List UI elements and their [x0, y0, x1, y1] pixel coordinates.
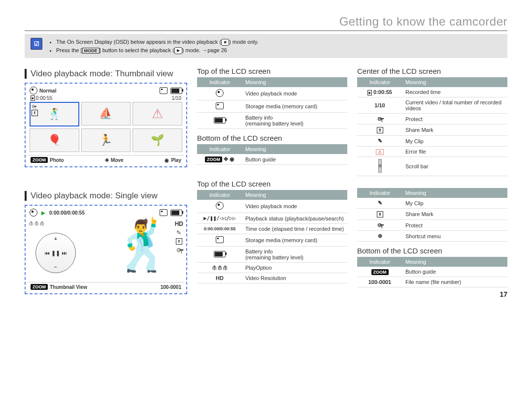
subhead-bottom-lcd-1: Bottom of the LCD screen [197, 134, 347, 142]
thumbnail-error[interactable]: ⚠ [133, 102, 182, 125]
playback-mode-icon [30, 209, 37, 217]
share-icon: ⬆ [176, 238, 182, 245]
guide-thumbnail-view: Thumbnail View [50, 284, 87, 290]
rec-badge-icon: ■ [367, 90, 372, 95]
guide-photo: Photo [50, 157, 64, 163]
file-name: 100-0001 [161, 284, 181, 290]
table-top-thumb: IndicatorMeaning Video playback mode Sto… [197, 77, 347, 129]
myclip-icon: ✎ [357, 198, 402, 209]
table-bottom-single: IndicatorMeaning ZOOMButton guide 100-00… [357, 257, 507, 287]
memory-card-icon [160, 209, 167, 216]
zoom-out-icon[interactable]: − [54, 264, 57, 270]
counter-indicator: 1/10 [357, 97, 402, 114]
thumb-time: 0:00:55 [36, 95, 52, 101]
subhead-bottom-lcd-2: Bottom of the LCD screen [357, 247, 507, 255]
check-icon: ☑ [31, 38, 42, 50]
thumbnail[interactable]: 🎈 [30, 128, 79, 152]
thumbnail[interactable]: ⛵ [81, 102, 131, 125]
protect-icon [32, 104, 38, 109]
lcd-thumbnail-view: Normal ■0:00:55 1/10 ⬆ 🕺 ⛵ [25, 83, 187, 167]
playback-mode-icon [216, 202, 224, 210]
lcd-single-view: ▶ 0:00:00/0:00:55 ⫛⫛⫛ HD ✎ ⬆ [25, 205, 187, 294]
page-number: 17 [499, 290, 507, 298]
memory-card-icon [160, 87, 167, 94]
video-preview: 🕺 [112, 220, 171, 280]
section-single-title: Video playback mode: Single view [25, 191, 187, 201]
arrow-right-icon [202, 47, 207, 53]
center-dot-icon: ◉ [165, 157, 169, 163]
shortcut-menu-icon: ⊕ [357, 231, 402, 242]
center-dot-icon: ◉ [230, 156, 234, 162]
forward-icon[interactable]: ⏭ [62, 250, 67, 256]
playback-mode-icon: ◙ [221, 39, 229, 46]
subhead-top-lcd-1: Top of the LCD screen [197, 67, 347, 75]
guide-play: Play [171, 157, 181, 163]
battery-icon [214, 117, 226, 124]
hd-icon: HD [175, 220, 183, 227]
hd-icon: HD [197, 273, 242, 283]
thumbnail[interactable]: 🏃 [81, 128, 131, 152]
memory-card-icon [216, 236, 224, 243]
table-center-thumb: IndicatorMeaning ■ 0:00:55Recorded time … [357, 77, 507, 176]
guide-move: Move [111, 157, 124, 163]
zoom-badge: ZOOM [371, 269, 389, 275]
table-bottom-thumb: IndicatorMeaning ZOOM ✥ ◉Button guide [197, 144, 347, 165]
zoom-badge: ZOOM [31, 284, 48, 290]
section-thumbnail-title: Video playback mode: Thumbnail view [25, 69, 187, 79]
table-top-single: IndicatorMeaning Video playback mode ▶/❚… [197, 190, 347, 283]
playback-mode-icon [216, 89, 224, 97]
play-icon: ▶ [41, 210, 45, 216]
dpad-icon: ✥ [105, 157, 109, 163]
note-line-1: The On Screen Display (OSD) below appear… [56, 38, 259, 46]
single-time: 0:00:00/0:00:55 [49, 210, 85, 216]
timecode-indicator: 0:00:00/0:00:55 [197, 224, 242, 234]
scrollbar-icon [378, 159, 382, 173]
table-top-single-right: IndicatorMeaning ✎My Clip ⬆Share Mark Pr… [357, 188, 507, 242]
rewind-icon[interactable]: ⏮ [44, 250, 50, 256]
page-title: Getting to know the camcorder [25, 15, 507, 31]
protect-icon [377, 116, 382, 122]
share-icon: ⬆ [377, 211, 383, 218]
memory-card-icon [216, 102, 224, 109]
note-line-2: Press the [MODE] button to select the pl… [56, 46, 259, 55]
myclip-icon: ✎ [357, 136, 402, 147]
thumb-counter: 1/10 [172, 95, 181, 101]
playback-status-icon: ▶/❚❚/◁◁/▷▷ [197, 213, 242, 224]
subhead-center-lcd: Center of the LCD screen [357, 67, 507, 75]
battery-icon [214, 251, 226, 257]
file-number-indicator: 100-0001 [357, 277, 402, 287]
control-wheel[interactable]: + ⏮ ❚❚ ⏭ − [35, 233, 76, 273]
protect-icon [176, 247, 182, 253]
playoption-icon: ⫛⫛⫛ [197, 263, 242, 273]
share-icon: ⬆ [377, 127, 383, 133]
subhead-top-lcd-2: Top of the LCD screen [197, 180, 347, 188]
battery-icon [170, 88, 182, 94]
normal-label: Normal [39, 88, 56, 94]
share-icon: ⬆ [32, 110, 38, 116]
playoption-icon: ⫛⫛⫛ [29, 220, 45, 226]
play-pause-icon[interactable]: ❚❚ [51, 250, 60, 256]
warning-icon: ⚠ [152, 106, 163, 122]
dpad-icon: ✥ [224, 156, 228, 162]
mode-button-label: MODE [82, 48, 100, 54]
playback-icon: ▶ [174, 47, 182, 54]
playback-mode-icon [30, 87, 37, 94]
zoom-badge: ZOOM [205, 156, 222, 162]
protect-icon [377, 222, 382, 228]
note-bar: ☑ The On Screen Display (OSD) below appe… [25, 34, 507, 58]
thumbnail[interactable]: 🌱 [133, 128, 182, 152]
battery-icon [170, 210, 182, 216]
zoom-in-icon[interactable]: + [54, 236, 57, 242]
warning-icon: ⚠ [376, 149, 384, 155]
thumbnail-selected[interactable]: ⬆ 🕺 [30, 102, 79, 126]
zoom-badge: ZOOM [31, 157, 48, 163]
myclip-icon: ✎ [176, 229, 181, 236]
rec-badge-icon: ■ [31, 95, 35, 101]
